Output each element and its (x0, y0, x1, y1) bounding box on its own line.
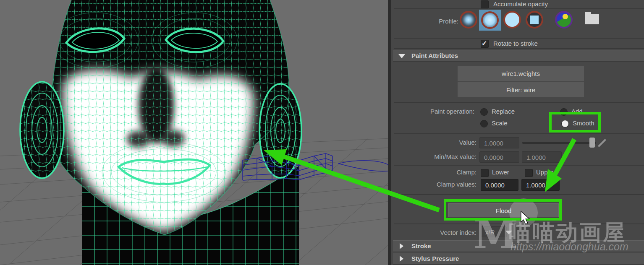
separator (394, 194, 644, 195)
solid-circle-brush-icon[interactable] (503, 11, 521, 29)
smooth-radio[interactable] (561, 120, 569, 127)
separator (394, 223, 644, 224)
viewport-3d[interactable] (0, 0, 390, 265)
paint-attributes-section-header[interactable]: Paint Attributes (393, 50, 644, 62)
add-radio[interactable] (560, 108, 568, 116)
max-value-field[interactable]: 1.0000 (522, 151, 562, 163)
pane-divider[interactable] (388, 0, 391, 265)
soft-gaussian-brush-icon[interactable] (460, 11, 477, 29)
separator (394, 38, 644, 39)
rotate-to-stroke-checkbox[interactable] (481, 40, 489, 48)
expand-arrow-icon (400, 256, 403, 262)
stylus-pressure-section-header[interactable]: Stylus Pressure (393, 253, 644, 265)
pencil-icon[interactable] (598, 139, 606, 147)
separator (394, 102, 644, 103)
clamp-max-field[interactable]: 1.0000 (521, 179, 560, 191)
scale-label: Scale (492, 120, 508, 127)
value-label: Value: (391, 139, 476, 146)
chevron-down-icon[interactable] (505, 231, 512, 234)
accumulate-opacity-checkbox[interactable] (481, 0, 489, 8)
soft-circle-brush-icon[interactable] (481, 11, 499, 29)
clamp-lower-checkbox[interactable] (481, 169, 489, 177)
separator (394, 133, 644, 134)
min-value-field[interactable]: 0.0000 (479, 151, 519, 163)
stroke-section-header[interactable]: Stroke (393, 240, 644, 252)
image-brush-icon[interactable] (555, 11, 573, 29)
stroke-title: Stroke (411, 242, 431, 249)
paint-operation-label: Paint operation: (391, 108, 474, 115)
paint-tool-settings-panel: Accumulate opacity Profile: Rotate to st… (391, 0, 644, 265)
replace-radio[interactable] (480, 108, 488, 116)
vector-index-label: Vector index: (391, 229, 476, 236)
clamp-values-label: Clamp values: (391, 181, 476, 188)
clamp-min-field[interactable]: 0.0000 (481, 179, 518, 191)
smooth-label: Smooth (573, 120, 594, 127)
collapse-arrow-icon (398, 54, 405, 58)
weights-attribute-button[interactable]: wire1.weights (458, 66, 584, 81)
value-field[interactable]: 1.0000 (479, 137, 519, 148)
vector-index-dropdown[interactable]: x/R (481, 226, 507, 237)
separator (394, 8, 644, 9)
paint-attributes-title: Paint Attributes (411, 52, 458, 59)
clamp-label: Clamp: (391, 169, 476, 176)
value-slider-track[interactable] (522, 142, 596, 144)
square-brush-icon[interactable] (526, 11, 543, 29)
replace-label: Replace (492, 108, 515, 115)
minmax-label: Min/Max value: (391, 153, 476, 160)
flood-button[interactable]: Flood (448, 203, 559, 217)
separator (394, 165, 644, 166)
browse-folder-icon[interactable] (585, 14, 599, 24)
maya-paint-weights-screen: Accumulate opacity Profile: Rotate to st… (0, 0, 644, 265)
accumulate-opacity-label: Accumulate opacity (493, 0, 548, 8)
expand-arrow-icon (400, 243, 403, 249)
add-label: Add (571, 108, 583, 115)
clamp-lower-label: Lower (492, 169, 509, 176)
clamp-upper-checkbox[interactable] (525, 169, 533, 177)
stylus-pressure-title: Stylus Pressure (411, 255, 459, 262)
clamp-upper-label: Upper (536, 169, 553, 176)
value-slider-handle[interactable] (589, 138, 595, 148)
scale-radio[interactable] (480, 120, 488, 127)
separator (394, 48, 644, 49)
rotate-to-stroke-label: Rotate to stroke (493, 40, 538, 47)
profile-label: Profile: (391, 18, 458, 25)
filter-button[interactable]: Filter: wire (458, 82, 584, 97)
